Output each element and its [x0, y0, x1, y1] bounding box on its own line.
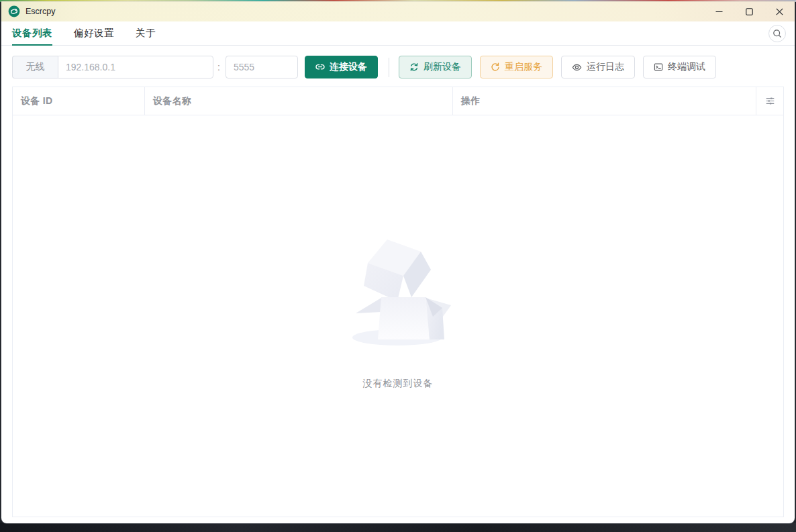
restart-service-button[interactable]: 重启服务 — [480, 56, 553, 78]
column-device-name: 设备名称 — [145, 87, 453, 115]
refresh-devices-button[interactable]: 刷新设备 — [399, 56, 472, 78]
minimize-icon — [715, 8, 723, 15]
port-separator: : — [217, 62, 220, 72]
port-input[interactable] — [226, 56, 298, 78]
desktop-background — [0, 523, 796, 532]
tab-preferences[interactable]: 偏好设置 — [74, 21, 114, 45]
maximize-icon — [746, 8, 753, 15]
tab-preferences-label: 偏好设置 — [74, 27, 114, 40]
eye-icon — [572, 62, 582, 72]
run-logs-label: 运行日志 — [587, 61, 624, 73]
maximize-button[interactable] — [734, 1, 764, 21]
connect-device-button[interactable]: 连接设备 — [305, 56, 378, 78]
empty-text: 没有检测到设备 — [363, 378, 434, 390]
terminal-debug-label: 终端调试 — [668, 61, 705, 73]
ip-input[interactable] — [58, 56, 213, 78]
toolbar: 无线 : 连接设备 刷新设备 重启服务 — [1, 46, 795, 87]
device-table: 设备 ID 设备名称 操作 — [12, 87, 784, 517]
window-controls — [704, 1, 795, 21]
tab-bar: 设备列表 偏好设置 关于 — [1, 21, 795, 46]
close-icon — [776, 8, 783, 15]
table-body: 没有检测到设备 — [13, 115, 783, 517]
empty-box-illustration — [344, 238, 452, 347]
search-button[interactable] — [768, 25, 786, 42]
app-logo-icon — [8, 5, 20, 17]
terminal-icon — [654, 62, 663, 72]
table-header: 设备 ID 设备名称 操作 — [13, 87, 783, 115]
search-icon — [773, 29, 782, 38]
close-button[interactable] — [764, 1, 795, 21]
app-window: Escrcpy 设备列表 偏好设置 关于 — [1, 1, 795, 523]
wireless-label: 无线 — [12, 56, 58, 78]
tab-device-list[interactable]: 设备列表 — [12, 21, 52, 45]
connect-device-label: 连接设备 — [330, 61, 367, 73]
app-title: Escrcpy — [26, 7, 55, 16]
minimize-button[interactable] — [704, 1, 734, 21]
refresh-icon — [409, 62, 419, 72]
tab-about[interactable]: 关于 — [136, 21, 156, 45]
tab-device-list-label: 设备列表 — [12, 27, 52, 40]
column-settings-button[interactable] — [756, 87, 783, 115]
titlebar: Escrcpy — [1, 1, 795, 21]
column-actions: 操作 — [453, 87, 756, 115]
restart-service-label: 重启服务 — [505, 61, 542, 73]
sliders-icon — [765, 96, 775, 106]
column-device-id: 设备 ID — [13, 87, 145, 115]
toolbar-divider — [389, 58, 389, 77]
restart-icon — [491, 62, 500, 72]
terminal-debug-button[interactable]: 终端调试 — [643, 56, 716, 78]
connect-icon — [315, 62, 325, 72]
run-logs-button[interactable]: 运行日志 — [561, 56, 635, 78]
tab-about-label: 关于 — [136, 27, 156, 40]
refresh-devices-label: 刷新设备 — [424, 61, 461, 73]
